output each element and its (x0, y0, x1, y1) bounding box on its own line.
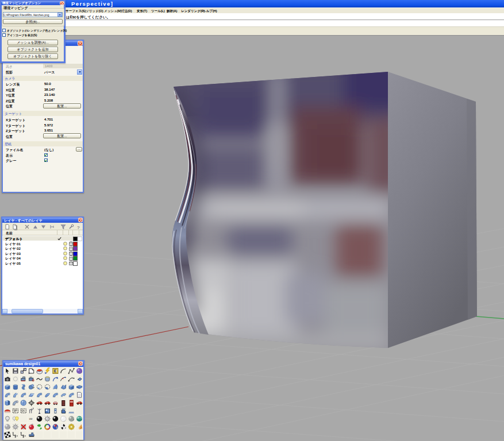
svg-text:?: ? (77, 225, 80, 230)
svg-text:oo: oo (29, 417, 33, 420)
